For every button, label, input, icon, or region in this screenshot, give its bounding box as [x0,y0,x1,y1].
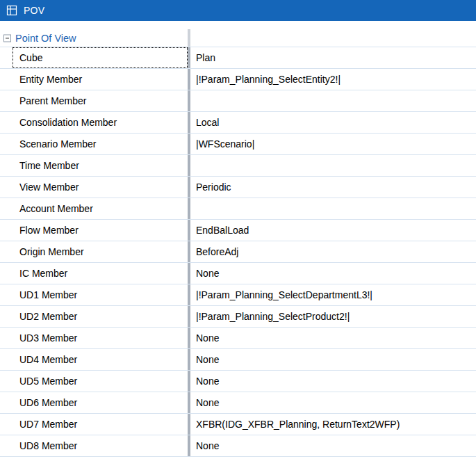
property-value: None [190,332,219,344]
property-name: UD2 Member [13,311,77,322]
row-gutter [0,47,13,68]
property-value: None [190,268,219,279]
property-name: IC Member [13,268,67,279]
property-value-cell[interactable]: |!Param_Planning_SelectDepartmentL3!| [190,284,476,305]
property-row: Flow MemberEndBalLoad [0,220,476,241]
property-value-cell[interactable]: BeforeAdj [190,241,476,262]
property-value: XFBR(IDG_XFBR_Planning, ReturnText2WFP) [190,419,400,430]
property-name-cell[interactable]: Consolidation Member [13,112,188,133]
property-value: |WFScenario| [190,138,254,150]
property-name-cell[interactable]: UD6 Member [13,392,188,413]
property-name-cell[interactable]: Account Member [13,198,188,219]
property-row: Scenario Member|WFScenario| [0,134,476,155]
property-row: Time Member [0,155,476,177]
property-name: Origin Member [13,246,84,257]
property-name: Scenario Member [13,138,97,150]
property-value-cell[interactable]: None [190,349,476,370]
property-name: View Member [13,182,79,193]
property-value: EndBalLoad [190,225,249,236]
property-name: UD8 Member [13,440,77,451]
property-name: Time Member [13,160,79,171]
property-name-cell[interactable]: UD7 Member [13,414,188,435]
row-gutter [0,371,13,392]
group-value-cell [190,29,476,47]
property-row: UD4 MemberNone [0,349,476,371]
pov-panel: POV Point Of View CubePlanEntity Member|… [0,0,476,457]
property-value: |!Param_Planning_SelectDepartmentL3!| [190,289,372,300]
property-value: |!Param_Planning_SelectEntity2!| [190,74,340,85]
property-name-cell[interactable]: Cube [13,47,188,68]
property-name-cell[interactable]: Origin Member [13,241,188,262]
property-name-cell[interactable]: View Member [13,177,188,198]
property-value-cell[interactable]: Plan [190,47,476,68]
property-name: Parent Member [13,95,86,106]
property-value-cell[interactable] [190,155,476,176]
property-value: Plan [190,52,215,63]
group-row-point-of-view[interactable]: Point Of View [0,29,476,47]
property-value-cell[interactable]: None [190,435,476,456]
property-name-cell[interactable]: UD3 Member [13,328,188,348]
property-rows: CubePlanEntity Member|!Param_Planning_Se… [0,47,476,457]
property-name-cell[interactable]: Time Member [13,155,188,176]
row-gutter [0,263,13,284]
property-value-cell[interactable]: None [190,328,476,348]
property-row: UD1 Member|!Param_Planning_SelectDepartm… [0,284,476,306]
property-row: IC MemberNone [0,263,476,284]
property-name-cell[interactable]: UD8 Member [13,435,188,456]
property-value: BeforeAdj [190,246,238,257]
property-value-cell[interactable]: None [190,392,476,413]
collapse-minus-icon[interactable] [3,34,11,42]
property-row: UD3 MemberNone [0,328,476,349]
property-name: UD5 Member [13,376,77,387]
property-name-cell[interactable]: Parent Member [13,90,188,111]
property-row: UD2 Member|!Param_Planning_SelectProduct… [0,306,476,328]
property-value-cell[interactable]: None [190,371,476,392]
property-name: Consolidation Member [13,117,117,128]
property-name-cell[interactable]: Flow Member [13,220,188,241]
property-name-cell[interactable]: UD4 Member [13,349,188,370]
property-row: Entity Member|!Param_Planning_SelectEnti… [0,69,476,90]
property-name-cell[interactable]: UD1 Member [13,284,188,305]
property-value-cell[interactable]: |WFScenario| [190,134,476,154]
row-gutter [0,134,13,154]
panel-title: POV [24,5,44,16]
property-value: None [190,397,219,408]
property-value-cell[interactable]: EndBalLoad [190,220,476,241]
minus-glyph [6,38,9,38]
row-gutter [0,220,13,241]
property-name-cell[interactable]: Scenario Member [13,134,188,154]
group-label: Point Of View [15,33,76,44]
property-row: Parent Member [0,90,476,112]
property-name-cell[interactable]: IC Member [13,263,188,284]
property-name: Entity Member [13,74,82,85]
property-value-cell[interactable] [190,90,476,111]
row-gutter [0,328,13,348]
row-gutter [0,284,13,305]
property-value-cell[interactable]: Local [190,112,476,133]
property-row: UD6 MemberNone [0,392,476,414]
row-gutter [0,69,13,90]
property-name-cell[interactable]: UD2 Member [13,306,188,327]
property-name-cell[interactable]: UD5 Member [13,371,188,392]
property-row: Consolidation MemberLocal [0,112,476,134]
property-name: UD1 Member [13,289,77,300]
property-value-cell[interactable]: |!Param_Planning_SelectProduct2!| [190,306,476,327]
group-label-cell: Point Of View [13,29,188,47]
row-gutter [0,349,13,370]
property-value: None [190,354,219,365]
property-name: UD3 Member [13,332,77,344]
property-value: |!Param_Planning_SelectProduct2!| [190,311,350,322]
property-value: None [190,440,219,451]
property-value-cell[interactable]: None [190,263,476,284]
property-row: Account Member [0,198,476,220]
row-gutter [0,90,13,111]
row-gutter [0,198,13,219]
property-value-cell[interactable]: Periodic [190,177,476,198]
property-name-cell[interactable]: Entity Member [13,69,188,90]
property-name: UD6 Member [13,397,77,408]
property-value-cell[interactable]: |!Param_Planning_SelectEntity2!| [190,69,476,90]
property-value-cell[interactable]: XFBR(IDG_XFBR_Planning, ReturnText2WFP) [190,414,476,435]
property-row: UD5 MemberNone [0,371,476,392]
row-gutter [0,435,13,456]
property-value-cell[interactable] [190,198,476,219]
